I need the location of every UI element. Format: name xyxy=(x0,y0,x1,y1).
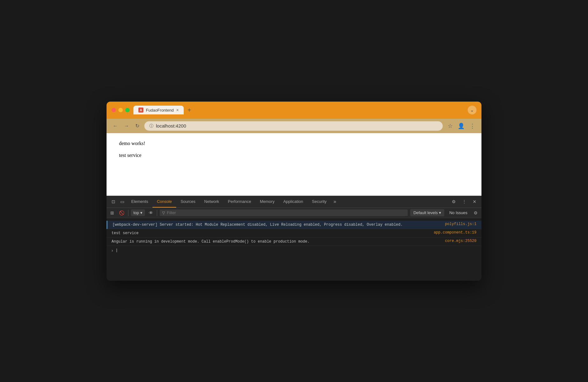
console-source-link[interactable]: app.component.ts:19 xyxy=(434,230,476,235)
tab-sources[interactable]: Sources xyxy=(176,196,200,208)
toolbar-separator-2 xyxy=(157,210,157,216)
context-label: top xyxy=(133,210,139,215)
close-button[interactable] xyxy=(112,108,116,112)
page-content: demo works! test service xyxy=(107,133,481,196)
console-source-link[interactable]: core.mjs:25520 xyxy=(445,239,476,243)
console-source-link[interactable]: polyfills.js:1 xyxy=(445,222,476,226)
tab-application[interactable]: Application xyxy=(279,196,308,208)
active-tab[interactable]: A FudaoFrontend × xyxy=(133,106,184,114)
demo-text: demo works! xyxy=(119,141,469,146)
devtools-tab-bar: ⊡ ▭ Elements Console Sources Network Per… xyxy=(107,196,481,208)
traffic-lights xyxy=(112,108,130,112)
forward-button[interactable]: → xyxy=(123,122,130,130)
tab-dropdown-button[interactable]: ⌄ xyxy=(468,106,476,114)
filter-input[interactable] xyxy=(167,210,405,215)
title-bar: A FudaoFrontend × + ⌄ xyxy=(107,102,481,119)
sidebar-toggle-button[interactable]: ⊞ xyxy=(109,209,115,217)
lock-icon: ⓘ xyxy=(149,123,153,129)
address-bar: ← → ↻ ⓘ ☆ 👤 ⋮ xyxy=(107,119,481,133)
minimize-button[interactable] xyxy=(118,108,123,112)
context-arrow: ▾ xyxy=(140,210,142,215)
tab-console[interactable]: Console xyxy=(152,196,176,208)
devtools-device-button[interactable]: ▭ xyxy=(118,197,127,207)
console-message: [webpack-dev-server] Server started: Hot… xyxy=(112,222,442,228)
tab-favicon: A xyxy=(138,108,143,113)
devtools-panel: ⊡ ▭ Elements Console Sources Network Per… xyxy=(107,196,481,281)
tab-performance[interactable]: Performance xyxy=(223,196,255,208)
console-entry: test service app.component.ts:19 xyxy=(107,229,481,238)
console-entry: Angular is running in development mode. … xyxy=(107,238,481,246)
devtools-inspect-button[interactable]: ⊡ xyxy=(109,197,118,207)
profile-button[interactable]: 👤 xyxy=(456,121,466,131)
prompt-cursor[interactable]: | xyxy=(116,248,118,253)
address-bar-input-container: ⓘ xyxy=(144,121,443,131)
console-message: test service xyxy=(112,230,431,236)
tab-close-button[interactable]: × xyxy=(176,108,179,112)
bookmark-button[interactable]: ☆ xyxy=(446,121,454,131)
menu-button[interactable]: ⋮ xyxy=(468,121,476,131)
tab-memory[interactable]: Memory xyxy=(256,196,279,208)
tab-security[interactable]: Security xyxy=(307,196,331,208)
toolbar-separator xyxy=(128,210,128,216)
console-settings-button[interactable]: ⚙ xyxy=(472,209,479,217)
more-tabs-button[interactable]: » xyxy=(331,196,339,207)
refresh-button[interactable]: ↻ xyxy=(134,122,141,130)
maximize-button[interactable] xyxy=(125,108,130,112)
context-selector[interactable]: top ▾ xyxy=(131,209,145,216)
service-text: test service xyxy=(119,153,469,158)
console-output: [webpack-dev-server] Server started: Hot… xyxy=(107,218,481,281)
console-prompt: › | xyxy=(107,246,481,255)
devtools-close-button[interactable]: ✕ xyxy=(470,197,479,207)
prompt-arrow-icon: › xyxy=(112,248,113,253)
console-toolbar: ⊞ 🚫 top ▾ 👁 ▽ Default levels ▾ No Issues… xyxy=(107,208,481,218)
eye-button[interactable]: 👁 xyxy=(147,209,154,217)
filter-icon: ▽ xyxy=(162,211,165,215)
devtools-right-actions: ⚙ ⋮ ✕ xyxy=(449,197,479,207)
clear-console-button[interactable]: 🚫 xyxy=(118,209,126,217)
address-actions: ☆ 👤 ⋮ xyxy=(446,121,476,131)
new-tab-button[interactable]: + xyxy=(185,105,194,115)
filter-container: ▽ xyxy=(160,209,408,216)
default-levels-label: Default levels xyxy=(413,210,438,215)
back-button[interactable]: ← xyxy=(112,122,119,130)
console-entry: [webpack-dev-server] Server started: Hot… xyxy=(107,221,481,229)
address-input[interactable] xyxy=(156,123,438,128)
tab-network[interactable]: Network xyxy=(200,196,224,208)
devtools-settings-button[interactable]: ⚙ xyxy=(449,197,458,207)
default-levels-arrow: ▾ xyxy=(439,210,441,215)
console-message: Angular is running in development mode. … xyxy=(112,239,442,244)
default-levels-button[interactable]: Default levels ▾ xyxy=(410,209,444,216)
devtools-more-button[interactable]: ⋮ xyxy=(460,197,469,207)
tab-title: FudaoFrontend xyxy=(146,108,174,113)
tab-bar: A FudaoFrontend × + xyxy=(133,105,464,115)
browser-window: A FudaoFrontend × + ⌄ ← → ↻ ⓘ ☆ 👤 ⋮ demo… xyxy=(107,102,481,281)
tab-elements[interactable]: Elements xyxy=(127,196,152,208)
no-issues-button[interactable]: No Issues xyxy=(447,209,470,216)
